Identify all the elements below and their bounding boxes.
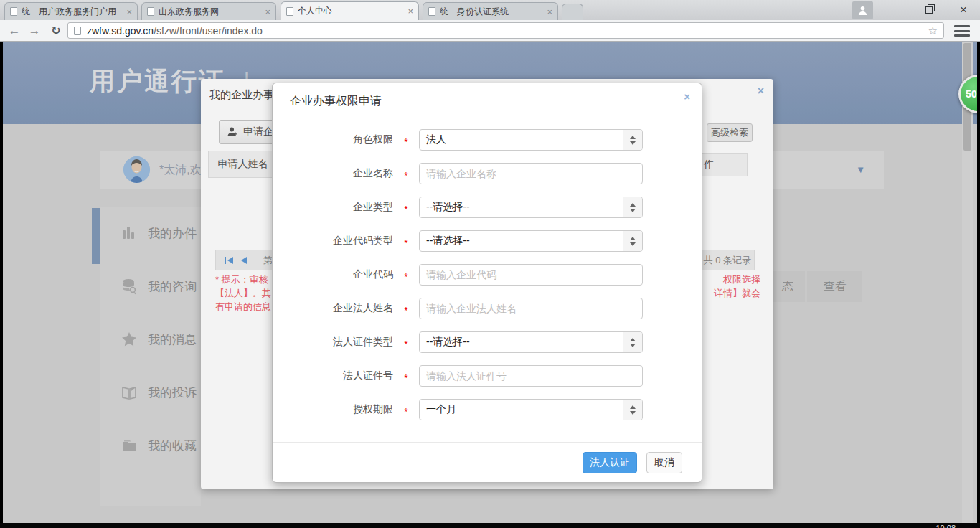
url-domain: zwfw.sd.gov.cn <box>87 25 154 37</box>
tab-title: 山东政务服务网 <box>159 6 260 18</box>
url-path: /sfzw/front/user/index.do <box>154 25 263 37</box>
window-restore-button[interactable] <box>925 6 933 14</box>
required-mark: * <box>393 200 419 215</box>
tab-shandong-gov[interactable]: 山东政务服务网 × <box>141 2 276 20</box>
field-label: 企业代码 <box>273 268 393 281</box>
browser-profile-button[interactable] <box>852 1 873 19</box>
field-label: 授权期限 <box>273 403 393 416</box>
select-value: 一个月 <box>420 403 623 416</box>
tab-identity-auth[interactable]: 统一身份认证系统 × <box>423 2 558 20</box>
page-icon <box>10 7 17 16</box>
page-icon <box>74 27 81 35</box>
role-permission-select[interactable]: 法人 <box>419 129 643 151</box>
tab-title: 个人中心 <box>298 5 403 17</box>
cancel-button[interactable]: 取消 <box>646 452 682 473</box>
forward-button[interactable]: → <box>26 22 43 39</box>
restore-icon <box>925 6 933 14</box>
dialog-title: 企业办事权限申请 <box>290 94 382 109</box>
address-bar[interactable]: zwfw.sd.gov.cn/sfzw/front/user/index.do … <box>67 22 944 39</box>
page-icon <box>428 7 435 16</box>
field-label: 企业类型 <box>273 201 393 214</box>
page-content: 用户通行证 | *太沛,欢 ▼ 我的办件 我的咨询 我的消息 <box>3 42 977 523</box>
tab-personal-center[interactable]: 个人中心 × <box>281 1 419 20</box>
tab-title: 统一身份认证系统 <box>440 6 542 18</box>
required-mark: * <box>393 369 419 384</box>
legal-id-type-select[interactable]: --请选择-- <box>419 331 643 353</box>
authorization-period-select[interactable]: 一个月 <box>419 399 643 420</box>
bookmark-star-icon[interactable]: ☆ <box>928 24 938 37</box>
browser-menu-icon[interactable] <box>954 25 970 37</box>
legal-person-auth-button[interactable]: 法人认证 <box>583 452 637 473</box>
windows-taskbar: 10:08 <box>0 523 980 528</box>
required-mark: * <box>393 402 419 418</box>
page-icon <box>286 7 293 16</box>
new-tab-stub[interactable] <box>562 4 583 20</box>
required-mark: * <box>393 301 419 316</box>
form-row-role-permission: 角色权限 * 法人 <box>273 129 702 151</box>
taskbar-clock: 10:08 <box>936 524 956 528</box>
select-value: 法人 <box>420 133 623 146</box>
tab-close-icon[interactable]: × <box>407 6 413 16</box>
url-text[interactable]: zwfw.sd.gov.cn/sfzw/front/user/index.do <box>87 25 923 37</box>
page-icon <box>147 7 154 16</box>
form-row-enterprise-name: 企业名称 * <box>273 163 702 184</box>
required-mark: * <box>393 166 419 182</box>
form-row-authorization-period: 授权期限 * 一个月 <box>273 399 702 420</box>
field-label: 企业代码类型 <box>273 235 393 248</box>
enterprise-code-type-select[interactable]: --请选择-- <box>419 230 643 252</box>
form-row-enterprise-type: 企业类型 * --请选择-- <box>273 197 702 218</box>
person-icon <box>857 5 868 16</box>
refresh-button[interactable]: ↻ <box>47 22 65 39</box>
spinner-arrows-icon[interactable] <box>623 231 642 251</box>
permission-application-dialog: 企业办事权限申请 × 角色权限 * 法人 企业名称 * 企业类型 * --请 <box>272 82 702 483</box>
enterprise-name-input[interactable] <box>419 163 643 184</box>
window-close-button[interactable]: × <box>954 2 973 18</box>
spinner-arrows-icon[interactable] <box>623 130 642 150</box>
form-row-enterprise-code-type: 企业代码类型 * --请选择-- <box>273 230 702 252</box>
required-mark: * <box>393 268 419 283</box>
select-value: --请选择-- <box>420 201 623 214</box>
tab-close-icon[interactable]: × <box>126 7 132 16</box>
browser-toolbar: ← → ↻ zwfw.sd.gov.cn/sfzw/front/user/ind… <box>0 20 980 42</box>
field-label: 法人证件号 <box>273 369 393 382</box>
dialog-footer: 法人认证 取消 <box>273 442 702 483</box>
tab-title: 统一用户政务服务门户用 <box>22 6 122 18</box>
legal-id-number-input[interactable] <box>419 365 643 387</box>
required-mark: * <box>393 234 419 249</box>
tab-strip: 统一用户政务服务门户用 × 山东政务服务网 × 个人中心 × 统一身份认证系统 … <box>0 0 980 20</box>
tab-close-icon[interactable]: × <box>547 7 552 16</box>
legal-person-name-input[interactable] <box>419 298 643 319</box>
tab-portal-user[interactable]: 统一用户政务服务门户用 × <box>4 2 138 20</box>
close-icon[interactable]: × <box>684 90 690 103</box>
field-label: 法人证件类型 <box>273 336 393 349</box>
spinner-arrows-icon[interactable] <box>623 400 642 420</box>
back-button[interactable]: ← <box>6 22 23 39</box>
window-minimize-button[interactable]: – <box>890 4 914 18</box>
form-row-legal-id-type: 法人证件类型 * --请选择-- <box>273 331 702 353</box>
field-label: 企业名称 <box>273 167 393 180</box>
field-label: 企业法人姓名 <box>273 302 393 315</box>
field-label: 角色权限 <box>273 133 393 146</box>
form-row-enterprise-code: 企业代码 * <box>273 264 702 286</box>
select-value: --请选择-- <box>420 235 623 248</box>
form-row-legal-id-number: 法人证件号 * <box>273 365 702 387</box>
enterprise-type-select[interactable]: --请选择-- <box>419 197 643 218</box>
spinner-arrows-icon[interactable] <box>623 197 642 217</box>
browser-chrome: 统一用户政务服务门户用 × 山东政务服务网 × 个人中心 × 统一身份认证系统 … <box>0 0 980 42</box>
form-row-legal-person-name: 企业法人姓名 * <box>273 298 702 319</box>
enterprise-code-input[interactable] <box>419 264 643 286</box>
dialog-form: 角色权限 * 法人 企业名称 * 企业类型 * --请选择-- <box>273 129 702 433</box>
required-mark: * <box>393 335 419 350</box>
tab-close-icon[interactable]: × <box>265 7 270 16</box>
spinner-arrows-icon[interactable] <box>623 332 642 352</box>
required-mark: * <box>393 133 419 148</box>
select-value: --请选择-- <box>420 336 623 349</box>
